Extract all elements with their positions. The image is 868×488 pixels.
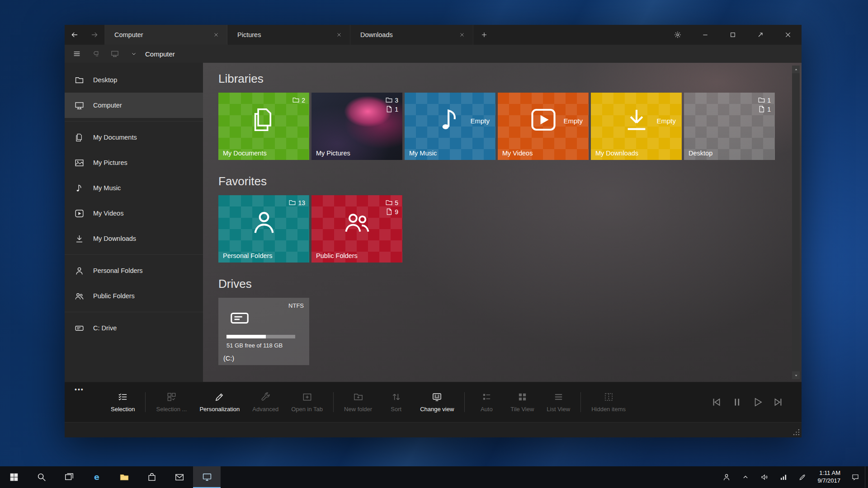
sidebar-item-desktop[interactable]: Desktop [65,67,203,93]
open-in-tab-button[interactable]: Open in Tab [285,392,329,413]
selection-button[interactable]: Selection [104,392,141,413]
scroll-down-button[interactable] [792,371,800,379]
sidebar-item-c-drive[interactable]: C: Drive [65,315,203,341]
tile-label: My Downloads [595,150,638,157]
file-badge-icon [758,105,765,113]
overflow-menu-button[interactable]: ••• [75,386,84,393]
tile-personal-folders[interactable]: 13 Personal Folders [218,195,309,263]
minimize-button[interactable] [691,25,719,45]
tab-label: Pictures [237,31,333,38]
tab-close-button[interactable] [333,28,345,41]
command-label: Auto [481,406,493,413]
personalization-button[interactable]: Personalization [193,392,246,413]
mail-button[interactable] [165,466,193,488]
new-folder-button[interactable]: New folder [338,392,378,413]
tile-public-folders[interactable]: 5 9 Public Folders [311,195,402,263]
network-button[interactable] [774,466,793,488]
tile-my-videos[interactable]: Empty My Videos [498,93,589,160]
search-button[interactable] [28,466,55,488]
start-button[interactable] [0,466,28,488]
settings-button[interactable] [664,25,691,45]
window-body: Desktop Computer My Documents My Picture… [65,63,802,382]
sidebar-item-my-videos[interactable]: My Videos [65,201,203,226]
breadcrumb[interactable]: Computer [145,50,175,58]
action-center-button[interactable] [846,466,865,488]
resize-grip[interactable] [793,429,799,435]
pause-button[interactable] [726,392,747,413]
list-view-button[interactable]: List View [540,392,576,413]
tile-desktop[interactable]: 1 1 Desktop [684,93,775,160]
menu-button[interactable] [67,45,86,63]
breadcrumb-dropdown-button[interactable] [124,45,143,63]
sort-button[interactable]: Sort [378,392,414,413]
scrollbar-track[interactable] [792,73,800,371]
sidebar-item-my-music[interactable]: My Music [65,175,203,201]
change-view-button[interactable]: Change view [414,392,460,413]
tile-c-drive[interactable]: NTFS 51 GB free of 118 GB (C:) [218,298,309,365]
sidebar-item-my-pictures[interactable]: My Pictures [65,150,203,175]
taskbar-clock[interactable]: 1:11 AM 9/7/2017 [812,466,846,488]
sidebar-item-personal-folders[interactable]: Personal Folders [65,258,203,283]
search-icon [37,472,47,482]
skip-forward-button[interactable] [768,392,789,413]
folder-icon [75,75,84,85]
sidebar-item-computer[interactable]: Computer [65,93,203,118]
tab-pictures[interactable]: Pictures [227,25,350,45]
new-tab-button[interactable] [473,25,495,45]
scrollbar-thumb[interactable] [792,73,800,371]
people-tray-button[interactable] [717,466,736,488]
skip-back-button[interactable] [706,392,726,413]
close-icon [459,32,465,38]
maximize-button[interactable] [719,25,746,45]
vertical-scrollbar[interactable] [792,66,800,379]
advanced-button[interactable]: Advanced [246,392,285,413]
folder-badge-icon [292,96,300,104]
back-button[interactable] [65,25,85,45]
chevron-down-icon [131,51,137,57]
edge-browser-button[interactable] [83,466,110,488]
sidebar-item-public-folders[interactable]: Public Folders [65,283,203,309]
selection-menu-button[interactable]: Selection ... [150,392,193,413]
titlebar-drag-area[interactable] [495,25,664,45]
store-button[interactable] [138,466,165,488]
show-hidden-icons-button[interactable] [736,466,755,488]
sidebar-item-my-documents[interactable]: My Documents [65,125,203,150]
task-view-button[interactable] [55,466,83,488]
pen-icon [798,473,807,481]
tile-badge: 2 [292,96,305,104]
file-badge-icon [385,208,393,216]
hidden-items-button[interactable]: Hidden items [585,392,632,413]
close-window-button[interactable] [774,25,802,45]
tile-view-button[interactable]: Tile View [504,392,540,413]
show-desktop-button[interactable] [865,466,868,488]
file-manager-taskbar-button[interactable] [193,466,221,488]
new-folder-icon [353,392,363,402]
sidebar-separator [65,312,203,312]
tab-close-button[interactable] [210,28,222,41]
fullscreen-button[interactable] [746,25,774,45]
pen-button[interactable] [793,466,812,488]
play-button[interactable] [747,392,768,413]
tile-my-downloads[interactable]: Empty My Downloads [591,93,682,160]
sidebar-item-my-downloads[interactable]: My Downloads [65,226,203,251]
tile-label: My Music [409,150,437,157]
change-view-icon [432,392,442,402]
eject-button[interactable] [86,45,105,63]
tile-my-documents[interactable]: 2 My Documents [218,93,309,160]
tab-close-button[interactable] [456,28,468,41]
tab-computer[interactable]: Computer [104,25,227,45]
location-button[interactable] [105,45,124,63]
file-explorer-button[interactable] [110,466,138,488]
scroll-up-button[interactable] [792,66,800,73]
tab-downloads[interactable]: Downloads [350,25,473,45]
command-label: Open in Tab [291,406,323,413]
forward-button[interactable] [85,25,104,45]
auto-view-button[interactable]: Auto [469,392,504,413]
sidebar-item-label: My Documents [93,134,137,141]
volume-button[interactable] [755,466,774,488]
wrench-icon [260,392,271,402]
tile-my-pictures[interactable]: 3 1 My Pictures [311,93,402,160]
separator [580,392,581,412]
tile-my-music[interactable]: Empty My Music [405,93,495,160]
people-icon [343,208,371,236]
